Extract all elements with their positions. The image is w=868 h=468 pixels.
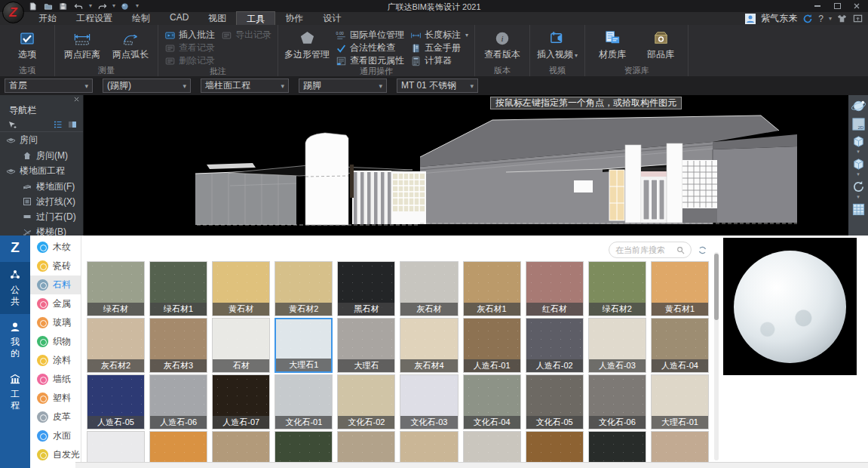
category-自发光[interactable]: 自发光 bbox=[30, 445, 81, 464]
redo-caret-icon[interactable]: ▾ bbox=[112, 3, 115, 9]
export-frame-icon[interactable] bbox=[853, 14, 863, 24]
help-button[interactable]: ? bbox=[818, 14, 824, 24]
sync-icon[interactable] bbox=[802, 14, 813, 24]
locate-element-icon[interactable] bbox=[8, 120, 17, 129]
material-黄石材2[interactable]: 黄石材2 bbox=[275, 261, 333, 316]
ribbon-button-查看图元属性[interactable]: 查看图元属性 bbox=[336, 55, 404, 66]
user-name[interactable]: 紫气东来 bbox=[761, 12, 797, 25]
tree-item-楼地面(F)[interactable]: 楼地面(F) bbox=[0, 179, 83, 194]
search-input[interactable]: 在当前库搜索 bbox=[609, 242, 692, 258]
material-黄石材[interactable]: 黄石材 bbox=[212, 261, 270, 316]
schedule-tool[interactable] bbox=[851, 202, 866, 217]
category-皮革[interactable]: 皮革 bbox=[30, 408, 81, 426]
panel-toggle-icon[interactable] bbox=[68, 120, 77, 129]
tree-group-楼地面工程[interactable]: 楼地面工程 bbox=[0, 163, 83, 179]
ribbon-button-插入批注[interactable]: 插入批注 bbox=[164, 29, 215, 41]
category-涂料[interactable]: 涂料 bbox=[30, 351, 81, 370]
category-玻璃[interactable]: 玻璃 bbox=[30, 313, 81, 332]
maximize-button[interactable] bbox=[833, 2, 841, 9]
ribbon-button-国际单位管理[interactable]: 0.00国际单位管理 bbox=[336, 29, 404, 41]
ribbon-button-两点距离[interactable]: 两点距离 bbox=[61, 26, 103, 61]
quick-access-caret-icon[interactable]: ▾ bbox=[136, 3, 139, 9]
material-文化石-04[interactable]: 文化石-04 bbox=[463, 374, 521, 430]
close-button[interactable] bbox=[853, 2, 860, 9]
tree-item-过门石(D)[interactable]: 过门石(D) bbox=[0, 209, 83, 224]
menu-tab-协作[interactable]: 协作 bbox=[275, 11, 313, 26]
material-文化石-05[interactable]: 文化石-05 bbox=[526, 374, 584, 430]
new-file-icon[interactable] bbox=[29, 2, 38, 11]
material-人造石-07[interactable]: 人造石-07 bbox=[212, 374, 270, 430]
tree-item-房间(M)[interactable]: 房间(M) bbox=[0, 148, 83, 163]
category-塑料[interactable]: 塑料 bbox=[30, 389, 81, 408]
selection-dropdown-2[interactable]: (踢脚)▾ bbox=[103, 79, 191, 93]
material-石材[interactable]: 石材 bbox=[212, 318, 270, 373]
selection-dropdown-5[interactable]: MT 01 不锈钢▾ bbox=[397, 79, 478, 93]
material-文化石-03[interactable]: 文化石-03 bbox=[400, 374, 458, 430]
material-黄石材1[interactable]: 黄石材1 bbox=[651, 261, 709, 316]
rotate-view-tool[interactable]: ▾ bbox=[851, 180, 866, 199]
material-绿石材[interactable]: 绿石材 bbox=[87, 261, 145, 316]
ribbon-button-长度标注[interactable]: 长度标注▾ bbox=[410, 29, 468, 41]
tree-item-波打线(X)[interactable]: 波打线(X) bbox=[0, 194, 83, 209]
menu-tab-工程设置[interactable]: 工程设置 bbox=[66, 11, 122, 26]
category-墙纸[interactable]: 墙纸 bbox=[30, 370, 81, 389]
ribbon-button-合法性检查[interactable]: 合法性检查 bbox=[336, 42, 404, 54]
material-人造石-04[interactable]: 人造石-04 bbox=[651, 318, 709, 373]
viewport-3d[interactable]: 按鼠标左键指定第一个角点，或拾取构件图元 2D▾▾▾ bbox=[84, 95, 868, 236]
menu-tab-视图[interactable]: 视图 bbox=[198, 11, 236, 26]
material-黑石材[interactable]: 黑石材 bbox=[337, 261, 395, 316]
undo-caret-icon[interactable]: ▾ bbox=[89, 3, 92, 9]
ribbon-button-材质库[interactable]: 材质库 bbox=[591, 26, 633, 61]
selection-dropdown-4[interactable]: 踢脚▾ bbox=[299, 79, 387, 93]
nav-close-icon[interactable] bbox=[74, 97, 79, 104]
open-file-icon[interactable] bbox=[44, 2, 54, 11]
ribbon-button-计算器[interactable]: 计算器 bbox=[410, 55, 468, 66]
scrollbar-thumb[interactable] bbox=[714, 254, 719, 320]
material-灰石材1[interactable]: 灰石材1 bbox=[463, 261, 521, 316]
material-人造石-03[interactable]: 人造石-03 bbox=[588, 318, 646, 373]
category-瓷砖[interactable]: 瓷砖 bbox=[30, 257, 81, 276]
redo-icon[interactable] bbox=[97, 2, 107, 11]
theme-shirt-icon[interactable] bbox=[837, 14, 848, 24]
orbit-tool[interactable] bbox=[851, 98, 866, 114]
menu-tab-绘制[interactable]: 绘制 bbox=[122, 11, 160, 26]
material-大理石1[interactable]: 大理石1 bbox=[275, 318, 333, 373]
material-文化石-06[interactable]: 文化石-06 bbox=[588, 374, 646, 430]
menu-tab-CAD[interactable]: CAD bbox=[160, 11, 198, 26]
menu-tab-设计[interactable]: 设计 bbox=[313, 11, 351, 26]
material-灰石材[interactable]: 灰石材 bbox=[400, 261, 458, 316]
material-大理石-01[interactable]: 大理石-01 bbox=[651, 374, 709, 430]
library-tab-我的[interactable]: 我的 bbox=[0, 314, 30, 366]
tree-list-icon[interactable] bbox=[54, 120, 63, 129]
material-灰石材4[interactable]: 灰石材4 bbox=[400, 318, 458, 373]
category-织物[interactable]: 织物 bbox=[30, 332, 81, 351]
view-2d-tool[interactable]: 2D bbox=[851, 117, 866, 131]
material-红石材[interactable]: 红石材 bbox=[526, 261, 584, 316]
category-金属[interactable]: 金属 bbox=[30, 294, 81, 313]
material-文化石-02[interactable]: 文化石-02 bbox=[337, 374, 395, 430]
selection-dropdown-3[interactable]: 墙柱面工程▾ bbox=[201, 79, 289, 93]
ribbon-button-多边形管理[interactable]: 多边形管理 bbox=[284, 26, 330, 61]
material-绿石材1[interactable]: 绿石材1 bbox=[149, 261, 207, 316]
materials-scrollbar[interactable] bbox=[714, 252, 719, 460]
ribbon-button-五金手册[interactable]: 五金手册 bbox=[410, 42, 468, 54]
material-文化石-01[interactable]: 文化石-01 bbox=[275, 374, 333, 430]
search-icon[interactable] bbox=[676, 246, 685, 254]
view-3d-alt-tool[interactable]: ▾ bbox=[851, 157, 866, 177]
library-tab-工程[interactable]: 工程 bbox=[0, 366, 30, 418]
material-灰石材3[interactable]: 灰石材3 bbox=[149, 318, 207, 373]
refresh-library-icon[interactable] bbox=[698, 245, 707, 255]
selection-dropdown-1[interactable]: 首层▾ bbox=[5, 79, 93, 93]
menu-tab-工具[interactable]: 工具 bbox=[236, 11, 275, 26]
material-灰石材2[interactable]: 灰石材2 bbox=[87, 318, 145, 373]
view-3d-tool[interactable]: ▾ bbox=[851, 134, 866, 154]
library-tab-公共[interactable]: 公共 bbox=[0, 262, 30, 314]
material-人造石-06[interactable]: 人造石-06 bbox=[149, 374, 207, 430]
ribbon-button-查看版本[interactable]: i查看版本 bbox=[481, 26, 523, 61]
style-sphere-icon[interactable] bbox=[121, 2, 130, 11]
material-绿石材2[interactable]: 绿石材2 bbox=[588, 261, 646, 316]
category-水面[interactable]: 水面 bbox=[30, 426, 81, 445]
avatar[interactable] bbox=[745, 14, 756, 24]
ribbon-button-部品库[interactable]: 部品库 bbox=[639, 26, 682, 61]
material-人造石-01[interactable]: 人造石-01 bbox=[463, 318, 521, 373]
